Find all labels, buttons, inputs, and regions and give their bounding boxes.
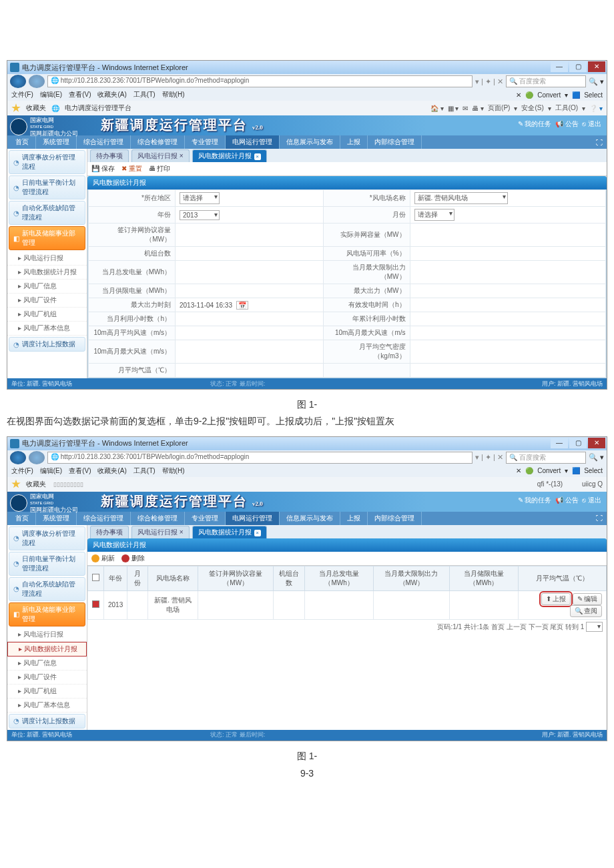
save-button[interactable]: 💾 保存	[91, 164, 115, 173]
menu-fav[interactable]: 收藏夹(A)	[97, 90, 126, 99]
sidebar-group-autosys[interactable]: ◔自动化系统缺陷管理流程	[9, 577, 85, 601]
sidebar-item-info[interactable]: ▸ 风电厂信息	[7, 657, 87, 671]
sel-month[interactable]: 请选择	[410, 207, 605, 224]
search-input[interactable]: 🔍 百度搜索	[506, 75, 586, 87]
nav-internal[interactable]: 内部综合管理	[368, 135, 422, 149]
close-tab-icon[interactable]: ✕	[516, 91, 521, 99]
in-windavg[interactable]	[176, 326, 324, 340]
tab-close-icon[interactable]: ×	[254, 530, 261, 536]
sidebar-item-monthly[interactable]: ▸ 风电数据统计月报	[7, 642, 87, 657]
favorites-label[interactable]: 收藏夹	[26, 103, 46, 113]
tab-close-icon[interactable]: ×	[254, 153, 261, 160]
convert-button[interactable]: Convert	[537, 467, 561, 474]
sel-year[interactable]: 2013	[176, 207, 324, 224]
sidebar-item-info[interactable]: ▸ 风电厂信息	[7, 280, 87, 294]
reset-button[interactable]: ✖ 重置	[121, 164, 142, 173]
grid-data-row[interactable]: 2013 新疆. 营销风电场 ⬆ 上报 ✎ 编辑 🔍 查阅	[88, 590, 607, 619]
in-windmax10[interactable]	[410, 326, 605, 340]
favorites-star-icon[interactable]	[11, 103, 21, 113]
url-input[interactable]: 🌐 http://10.218.230.236:7001/TBPWeb/logi…	[47, 452, 473, 464]
in-maxtime[interactable]: 2013-11-04 16:33 📅	[176, 298, 324, 312]
grid-pager[interactable]: 页码:1/1 共计:1条 首页 上一页 下一页 尾页 转到 1	[87, 620, 607, 634]
in-density[interactable]	[410, 340, 605, 364]
nav-maint[interactable]: 综合检修管理	[131, 135, 185, 149]
menu-tools[interactable]: 工具(T)	[133, 466, 156, 476]
window-maximize-button[interactable]: ▢	[569, 438, 587, 448]
nav-pro[interactable]: 专业管理	[185, 135, 226, 149]
in-monthhours[interactable]	[176, 312, 324, 326]
feeds-icon[interactable]: ▦ ▾	[448, 105, 459, 112]
in-temp[interactable]	[176, 364, 324, 378]
back-button[interactable]	[10, 451, 26, 464]
view-button[interactable]: 🔍 查阅	[570, 605, 602, 617]
sel-plant[interactable]: 新疆. 营销风电场	[410, 190, 605, 207]
menu-view[interactable]: 查看(V)	[69, 466, 91, 476]
nav-info[interactable]: 信息展示与发布	[280, 512, 340, 525]
extra-link-1[interactable]: qfi *-(13)	[537, 480, 563, 488]
sidebar-item-equip[interactable]: ▸ 风电厂设件	[7, 294, 87, 308]
sidebar-group-dayahead[interactable]: ◔日前电量平衡计划管理流程	[9, 552, 85, 576]
home-icon[interactable]: 🏠 ▾	[430, 105, 444, 112]
in-maxlimit[interactable]	[410, 261, 605, 284]
nav-expand-icon[interactable]: ⛶	[593, 514, 605, 522]
menu-view[interactable]: 查看(V)	[69, 90, 91, 99]
checkbox-all[interactable]	[92, 574, 99, 581]
sidebar-group-accident[interactable]: ◔调度事故分析管理流程	[9, 526, 85, 550]
checkbox-row[interactable]	[92, 600, 99, 608]
menu-fav[interactable]: 收藏夹(A)	[97, 466, 126, 476]
fav-page-title[interactable]: 电力调度运行管理平台	[65, 103, 131, 113]
in-cap-signed[interactable]	[176, 224, 324, 247]
read-mail-icon[interactable]: ✉	[463, 105, 468, 112]
help-icon[interactable]: ❔ ▾	[589, 105, 603, 112]
search-magnify-icon[interactable]: 🔍 ▾	[589, 453, 604, 462]
in-cap-actual[interactable]	[410, 224, 605, 247]
nav-grid[interactable]: 电网运行管理	[226, 512, 280, 525]
nav-grid[interactable]: 电网运行管理	[226, 135, 280, 149]
favorites-label[interactable]: 收藏夹	[26, 480, 46, 489]
sidebar-group-autosys[interactable]: ◔自动化系统缺陷管理流程	[9, 201, 85, 225]
favorites-star-icon[interactable]	[11, 480, 21, 489]
in-maxout[interactable]	[410, 284, 605, 298]
close-tab-icon[interactable]: ✕	[516, 467, 521, 474]
sidebar-group-newenergy[interactable]: ◧新电及储能事业部管理	[9, 226, 85, 250]
convert-button[interactable]: Convert	[537, 91, 561, 99]
nav-run[interactable]: 综合运行管理	[77, 135, 131, 149]
my-tasks-link[interactable]: 我的任务	[525, 120, 551, 127]
menu-help[interactable]: 帮助(H)	[162, 466, 185, 476]
url-input[interactable]: 🌐 http://10.218.230.236:7001/TBPWeb/logi…	[47, 75, 473, 87]
menu-file[interactable]: 文件(F)	[11, 466, 33, 476]
window-close-button[interactable]: ✕	[588, 438, 605, 448]
tab-monthly[interactable]: 风电数据统计月报×	[192, 149, 267, 162]
tab-daily[interactable]: 风电运行日报 ×	[131, 149, 190, 162]
nav-home[interactable]: 首页	[9, 135, 36, 149]
print-button[interactable]: 🖶 打印	[149, 164, 171, 173]
tab-todo[interactable]: 待办事项	[90, 149, 129, 162]
search-magnify-icon[interactable]: 🔍 ▾	[589, 77, 604, 86]
window-close-button[interactable]: ✕	[588, 61, 605, 72]
nav-info[interactable]: 信息展示与发布	[280, 135, 340, 149]
sidebar-item-units[interactable]: ▸ 风电厂机组	[7, 308, 87, 322]
in-units[interactable]	[176, 247, 324, 261]
announce-link[interactable]: 公告	[565, 120, 579, 127]
print-icon[interactable]: 🖶 ▾	[472, 105, 484, 112]
in-yearhours[interactable]	[410, 312, 605, 326]
sidebar-group-plan[interactable]: ◔调度计划上报数据	[9, 337, 85, 352]
tools-menu[interactable]: 工具(O)	[555, 103, 578, 113]
in-curtail[interactable]	[176, 284, 324, 298]
window-minimize-button[interactable]: —	[551, 438, 568, 448]
nav-upload[interactable]: 上报	[340, 135, 368, 149]
tab-daily[interactable]: 风电运行日报 ×	[131, 526, 190, 538]
nav-expand-icon[interactable]: ⛶	[593, 139, 605, 146]
nav-internal[interactable]: 内部综合管理	[368, 512, 422, 525]
back-button[interactable]	[10, 75, 26, 88]
sidebar-item-daily[interactable]: ▸ 风电运行日报	[7, 252, 87, 266]
nav-pro[interactable]: 专业管理	[185, 512, 226, 525]
in-effhours[interactable]	[410, 298, 605, 312]
edit-button[interactable]: ✎ 编辑	[573, 593, 602, 605]
sidebar-item-basic[interactable]: ▸ 风电厂基本信息	[7, 699, 87, 713]
window-minimize-button[interactable]: —	[551, 61, 568, 72]
nav-sys[interactable]: 系统管理	[36, 512, 77, 525]
forward-button[interactable]	[29, 75, 45, 88]
sidebar-item-monthly[interactable]: ▸ 风电数据统计月报	[7, 266, 87, 280]
refresh-button[interactable]: 刷新	[91, 554, 115, 563]
